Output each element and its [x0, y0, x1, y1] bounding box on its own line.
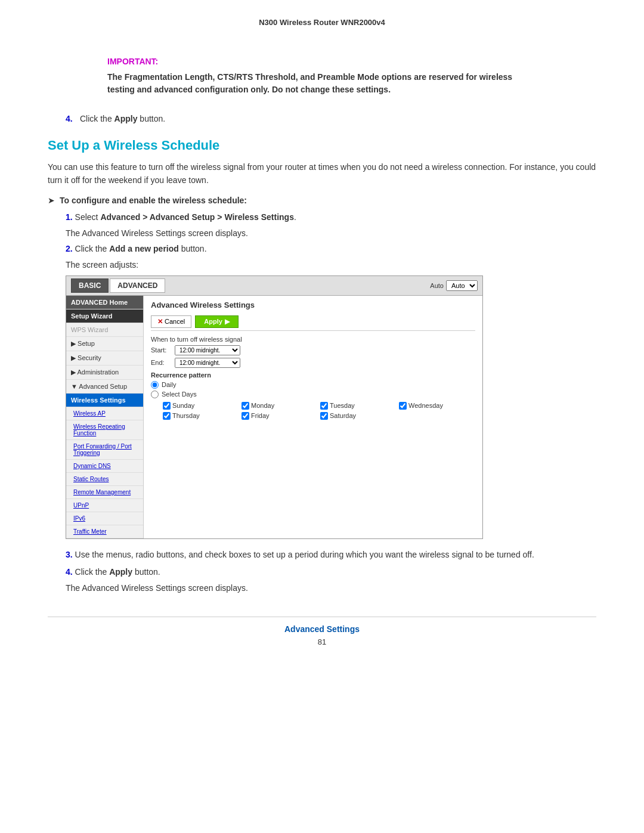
- router-main: Advanced Wireless Settings ✕ Cancel Appl…: [144, 296, 482, 538]
- radio-select-days-row: Select Days: [151, 391, 475, 398]
- sidebar-item-remote-mgmt[interactable]: Remote Management: [66, 486, 143, 499]
- substep4-text: Click the Apply button.: [75, 567, 160, 577]
- apply-button[interactable]: Apply ▶: [195, 315, 239, 328]
- label-thursday: Thursday: [172, 412, 200, 419]
- form-section: When to turn off wireless signal Start: …: [151, 336, 475, 368]
- substep2-bold: Add a new period: [109, 244, 179, 253]
- tab-advanced[interactable]: ADVANCED: [110, 278, 165, 293]
- important-label: IMPORTANT:: [107, 57, 537, 66]
- sidebar-item-port-forwarding[interactable]: Port Forwarding / Port Triggering: [66, 440, 143, 460]
- checkbox-friday[interactable]: [242, 412, 249, 420]
- label-monday: Monday: [251, 402, 274, 409]
- sidebar-item-wireless-repeating[interactable]: Wireless Repeating Function: [66, 420, 143, 440]
- day-thursday: Thursday: [163, 412, 239, 420]
- tab-basic[interactable]: BASIC: [71, 278, 109, 293]
- form-label: When to turn off wireless signal: [151, 336, 475, 343]
- checkbox-sunday[interactable]: [163, 402, 171, 410]
- footer: Advanced Settings 81: [48, 617, 596, 646]
- substep3-text: Use the menus, radio buttons, and check …: [75, 550, 534, 559]
- sidebar-item-traffic-meter[interactable]: Traffic Meter: [66, 525, 143, 538]
- day-saturday: Saturday: [320, 412, 397, 420]
- auto-select[interactable]: Auto: [446, 280, 478, 291]
- important-text: The Fragmentation Length, CTS/RTS Thresh…: [107, 71, 537, 96]
- sidebar-item-security[interactable]: ▶ Security: [66, 351, 143, 366]
- sidebar-item-setup-wizard[interactable]: Setup Wizard: [66, 309, 143, 323]
- end-select[interactable]: 12:00 midnight.: [175, 358, 240, 368]
- substep3: 3. Use the menus, radio buttons, and che…: [66, 549, 596, 561]
- x-icon: ✕: [157, 318, 163, 326]
- label-wednesday: Wednesday: [408, 402, 443, 409]
- sidebar-item-advanced-home[interactable]: ADVANCED Home: [66, 296, 143, 309]
- substep1-bold: Advanced > Advanced Setup > Wireless Set…: [100, 212, 294, 222]
- tab-auto-area: Auto Auto: [430, 280, 478, 291]
- router-screenshot: BASIC ADVANCED Auto Auto ADVANCED Home S…: [66, 275, 483, 539]
- router-body: ADVANCED Home Setup Wizard WPS Wizard ▶ …: [66, 296, 482, 538]
- apply-arrow-icon: ▶: [225, 318, 230, 326]
- substep2-text: Click the Add a new period button.: [75, 244, 207, 253]
- checkbox-wednesday[interactable]: [399, 402, 407, 410]
- substep1-note: The Advanced Wireless Settings screen di…: [66, 228, 596, 238]
- substep1: 1. Select Advanced > Advanced Setup > Wi…: [66, 211, 596, 224]
- page-header: N300 Wireless Router WNR2000v4: [48, 18, 596, 33]
- radio-daily[interactable]: [151, 381, 159, 389]
- checkbox-tuesday[interactable]: [320, 402, 328, 410]
- task-label: To configure and enable the wireless sch…: [60, 196, 247, 205]
- important-box: IMPORTANT: The Fragmentation Length, CTS…: [95, 51, 549, 102]
- sidebar-item-upnp[interactable]: UPnP: [66, 499, 143, 512]
- substep2-num: 2.: [66, 244, 73, 253]
- start-select[interactable]: 12:00 midnight.: [175, 345, 240, 355]
- router-action-bar: ✕ Cancel Apply ▶: [151, 313, 475, 331]
- task-arrow: ➤: [48, 196, 55, 205]
- substep4-bold: Apply: [109, 567, 132, 577]
- footer-page: 81: [48, 637, 596, 646]
- day-sunday: Sunday: [163, 402, 239, 410]
- label-sunday: Sunday: [172, 402, 194, 409]
- substep4: 4. Click the Apply button.: [66, 566, 596, 578]
- header-title: N300 Wireless Router WNR2000v4: [259, 18, 385, 27]
- end-label: End:: [151, 359, 175, 366]
- step4-block: 4. Click the Apply button.: [66, 114, 596, 123]
- section-title: Set Up a Wireless Schedule: [48, 138, 596, 153]
- router-sidebar: ADVANCED Home Setup Wizard WPS Wizard ▶ …: [66, 296, 144, 538]
- router-topbar: BASIC ADVANCED Auto Auto: [66, 276, 482, 296]
- sidebar-item-wps[interactable]: WPS Wizard: [66, 323, 143, 337]
- step4-num: 4.: [66, 114, 80, 123]
- apply-bold: Apply: [114, 114, 138, 123]
- end-row: End: 12:00 midnight.: [151, 358, 475, 368]
- label-friday: Friday: [251, 412, 270, 419]
- auto-label: Auto: [430, 282, 444, 289]
- step4-line: 4. Click the Apply button.: [66, 114, 596, 123]
- day-monday: Monday: [242, 402, 318, 410]
- label-tuesday: Tuesday: [330, 402, 355, 409]
- footer-title: Advanced Settings: [48, 624, 596, 634]
- day-tuesday: Tuesday: [320, 402, 397, 410]
- sidebar-item-dynamic-dns[interactable]: Dynamic DNS: [66, 460, 143, 473]
- section-body: You can use this feature to turn off the…: [48, 160, 596, 187]
- substep4-num: 4.: [66, 567, 73, 577]
- step4-text: Click the Apply button.: [80, 114, 165, 123]
- substep1-num: 1.: [66, 212, 73, 222]
- radio-select-days[interactable]: [151, 391, 159, 398]
- day-friday: Friday: [242, 412, 318, 420]
- cancel-button[interactable]: ✕ Cancel: [151, 315, 191, 328]
- sidebar-item-ipv6[interactable]: IPv6: [66, 512, 143, 525]
- label-saturday: Saturday: [330, 412, 356, 419]
- sidebar-item-wireless-settings[interactable]: Wireless Settings: [66, 394, 143, 407]
- day-wednesday: Wednesday: [399, 402, 475, 410]
- recurrence-title: Recurrence pattern: [151, 371, 475, 379]
- sidebar-item-advanced-setup[interactable]: ▼ Advanced Setup: [66, 380, 143, 394]
- radio-daily-label: Daily: [162, 381, 176, 388]
- sidebar-item-static-routes[interactable]: Static Routes: [66, 473, 143, 486]
- checkbox-saturday[interactable]: [320, 412, 328, 420]
- sidebar-item-setup[interactable]: ▶ Setup: [66, 337, 143, 351]
- checkbox-monday[interactable]: [242, 402, 249, 410]
- start-label: Start:: [151, 346, 175, 354]
- checkbox-thursday[interactable]: [163, 412, 171, 420]
- substep2: 2. Click the Add a new period button.: [66, 243, 596, 255]
- substep4-note: The Advanced Wireless Settings screen di…: [66, 583, 596, 593]
- radio-select-days-label: Select Days: [162, 391, 197, 398]
- substep2-note: The screen adjusts:: [66, 260, 596, 270]
- sidebar-item-wireless-ap[interactable]: Wireless AP: [66, 407, 143, 420]
- sidebar-item-administration[interactable]: ▶ Administration: [66, 366, 143, 380]
- task-header: ➤ To configure and enable the wireless s…: [48, 196, 596, 205]
